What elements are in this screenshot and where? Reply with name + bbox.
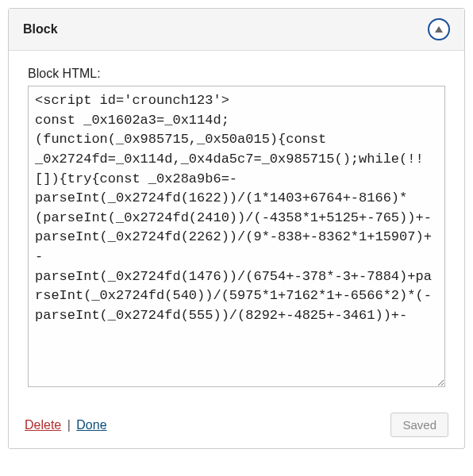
block-html-label: Block HTML: — [28, 67, 445, 81]
saved-button[interactable]: Saved — [390, 413, 448, 437]
chevron-up-icon — [434, 22, 444, 36]
separator: | — [67, 418, 71, 432]
collapse-toggle-button[interactable] — [428, 18, 450, 40]
panel-body: Block HTML: — [9, 51, 464, 405]
panel-title: Block — [23, 22, 58, 36]
block-panel: Block Block HTML: Delete | Done Saved — [8, 8, 465, 449]
delete-link[interactable]: Delete — [25, 418, 61, 432]
panel-header: Block — [9, 9, 464, 51]
svg-marker-0 — [435, 26, 443, 33]
block-html-textarea[interactable] — [28, 86, 445, 387]
panel-footer: Delete | Done Saved — [9, 405, 464, 448]
footer-links: Delete | Done — [25, 418, 107, 432]
done-link[interactable]: Done — [76, 418, 106, 432]
